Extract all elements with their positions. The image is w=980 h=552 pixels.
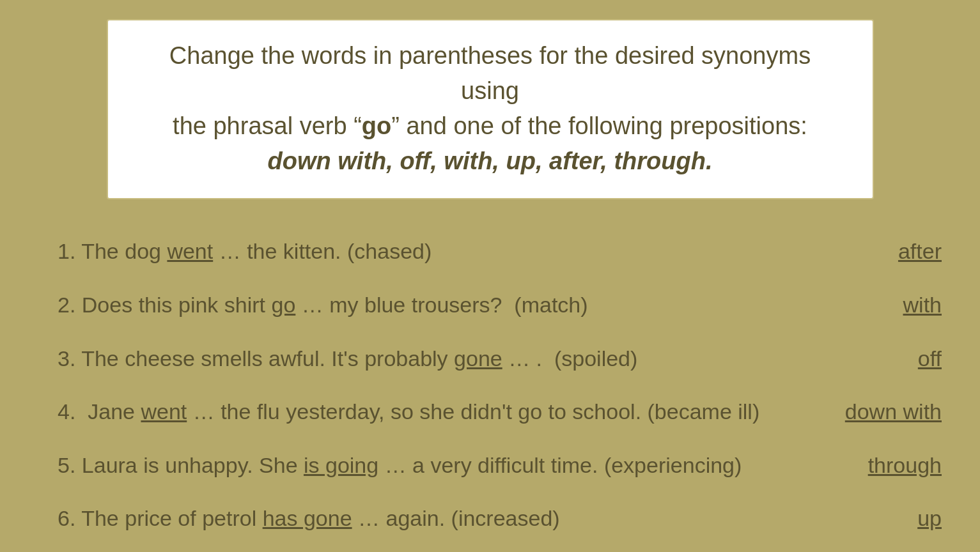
sentence-row-2: 2. Does this pink shirt go … my blue tro… (58, 279, 942, 332)
sentence-3-verb: gone (454, 346, 502, 371)
sentence-6-text: 6. The price of petrol has gone … again.… (58, 503, 879, 534)
sentences-area: 1. The dog went … the kitten. (chased) a… (38, 225, 942, 546)
sentence-row-1: 1. The dog went … the kitten. (chased) a… (58, 225, 942, 279)
sentence-5-answer: through (868, 450, 942, 481)
sentence-row-5: 5. Laura is unhappy. She is going … a ve… (58, 439, 942, 493)
sentence-2-number: 2. (58, 293, 82, 317)
instruction-prepositions: down with, off, with, up, after, through… (268, 148, 713, 174)
sentence-2-verb: go (271, 293, 295, 317)
sentence-3-answer: off (918, 344, 942, 374)
sentence-4-verb: went (141, 399, 187, 424)
instruction-line2-post: ” and one of the following prepositions: (391, 112, 807, 139)
instruction-line2-pre: the phrasal verb “ (173, 112, 362, 139)
sentence-4-text: 4. Jane went … the flu yesterday, so she… (58, 397, 807, 427)
sentence-6-verb: has gone (263, 506, 352, 530)
instruction-line1: Change the words in parentheses for the … (169, 42, 811, 104)
sentence-2-answer: with (903, 290, 942, 321)
sentence-6-answer: up (917, 503, 942, 534)
sentence-5-verb: is going (304, 453, 378, 477)
sentence-1-text: 1. The dog went … the kitten. (chased) (58, 236, 860, 267)
sentence-row-6: 6. The price of petrol has gone … again.… (58, 492, 942, 546)
sentence-3-number: 3. (58, 346, 81, 371)
sentence-1-answer: after (898, 236, 942, 267)
sentence-row-4: 4. Jane went … the flu yesterday, so she… (58, 385, 942, 439)
sentence-1-number: 1. (58, 239, 81, 263)
sentence-4-answer: down with (845, 397, 942, 427)
sentence-row-3: 3. The cheese smells awful. It's probabl… (58, 332, 942, 386)
instruction-text: Change the words in parentheses for the … (140, 38, 841, 179)
instruction-go: go (362, 112, 391, 139)
sentence-5-text: 5. Laura is unhappy. She is going … a ve… (58, 450, 830, 481)
sentence-6-number: 6. (58, 506, 81, 530)
sentence-4-number: 4. (58, 399, 88, 424)
sentence-2-text: 2. Does this pink shirt go … my blue tro… (58, 290, 865, 321)
instruction-box: Change the words in parentheses for the … (107, 19, 874, 199)
sentence-3-text: 3. The cheese smells awful. It's probabl… (58, 344, 880, 374)
sentence-1-verb: went (167, 239, 213, 263)
sentence-5-number: 5. (58, 453, 82, 477)
